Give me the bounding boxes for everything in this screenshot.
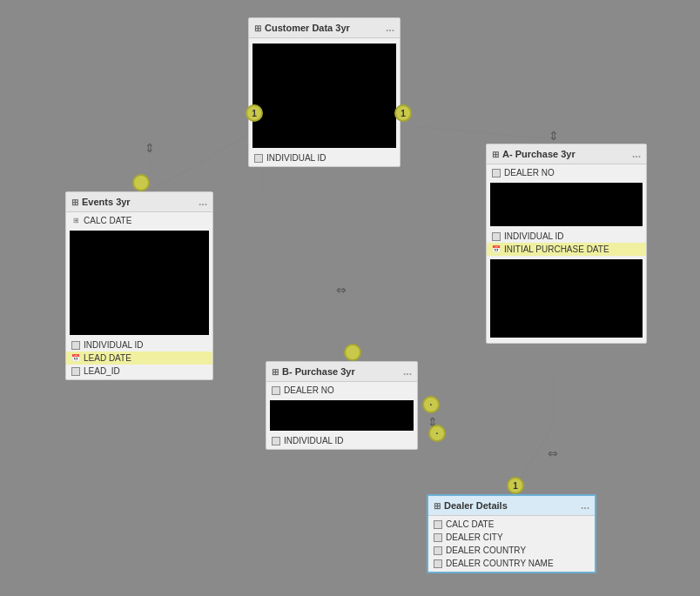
individual-id-icon — [254, 154, 263, 163]
b-purchase-header: ⊞ B- Purchase 3yr ... — [266, 362, 417, 382]
connector-circle-7: · — [428, 425, 446, 442]
connector-circle-5: · — [422, 396, 440, 413]
a-purchase-table: ⊞ A- Purchase 3yr ... DEALER NO INDIVIDU… — [486, 144, 647, 344]
b-purchase-body: DEALER NO INDIVIDUAL ID — [266, 382, 417, 449]
events-table: ⊞ Events 3yr ... ⊞ CALC DATE INDIVIDUAL … — [65, 191, 213, 380]
arrow-connector-top-right: ⇕ — [547, 129, 561, 143]
customer-data-header: ⊞ Customer Data 3yr ... — [249, 18, 400, 38]
b-purchase-icon: ⊞ — [272, 367, 279, 377]
a-purchase-title: A- Purchase 3yr — [502, 149, 575, 159]
arrow-connector-middle: ⇔ — [334, 283, 348, 297]
events-title: Events 3yr — [82, 197, 131, 207]
dealer-calc-date-row: CALC DATE — [428, 518, 595, 531]
a-purchase-date-row: 📅 INITIAL PURCHASE DATE — [487, 243, 646, 256]
lead-id-icon — [71, 367, 80, 376]
a-purchase-header: ⊞ A- Purchase 3yr ... — [487, 144, 646, 164]
a-purchase-date-label: INITIAL PURCHASE DATE — [504, 244, 609, 254]
dealer-details-icon: ⊞ — [434, 501, 441, 511]
diagram-canvas: ⇕ ⇔ ⇕ ⇔ ⇕ 1 1 · 1 · ⊞ Customer Data 3yr … — [0, 0, 700, 596]
connector-circle-1: 1 — [246, 104, 263, 122]
dealer-details-menu[interactable]: ... — [581, 499, 589, 512]
b-dealer-no-icon — [272, 386, 280, 395]
connector-circle-2: 1 — [394, 104, 412, 122]
dealer-calc-date-icon — [434, 520, 442, 529]
events-individual-id-icon — [71, 341, 80, 350]
connector-circle-6: 1 — [507, 477, 524, 494]
connector-circle-3 — [132, 174, 150, 191]
events-individual-id-row: INDIVIDUAL ID — [66, 338, 212, 352]
events-lead-id-row: LEAD_ID — [66, 365, 212, 378]
a-purchase-menu[interactable]: ... — [632, 148, 641, 160]
calc-date-label: CALC DATE — [84, 216, 131, 225]
customer-data-title: Customer Data 3yr — [265, 23, 350, 33]
a-purchase-individual-id-row: INDIVIDUAL ID — [487, 230, 646, 243]
dealer-details-header: ⊞ Dealer Details ... — [428, 496, 595, 516]
a-purchase-preview-top — [490, 183, 643, 226]
dealer-country-row: DEALER COUNTRY — [428, 544, 595, 557]
customer-individual-id-row: INDIVIDUAL ID — [249, 151, 400, 164]
connector-circle-4 — [344, 344, 361, 361]
a-individual-id-label: INDIVIDUAL ID — [504, 231, 564, 241]
arrow-connector-events: ⇕ — [143, 141, 157, 155]
a-dealer-no-icon — [492, 169, 501, 177]
dealer-city-icon — [434, 533, 442, 542]
events-header: ⊞ Events 3yr ... — [66, 192, 212, 212]
dealer-calc-date-label: CALC DATE — [446, 519, 494, 529]
events-body: ⊞ CALC DATE INDIVIDUAL ID 📅 LEAD DATE LE… — [66, 212, 212, 379]
a-purchase-date-icon: 📅 — [492, 245, 501, 254]
arrow-connector-a-purchase: ⇔ — [546, 446, 560, 460]
customer-data-preview — [252, 44, 396, 148]
dealer-city-row: DEALER CITY — [428, 531, 595, 544]
dealer-details-body: CALC DATE DEALER CITY DEALER COUNTRY DEA… — [428, 516, 595, 572]
individual-id-label: INDIVIDUAL ID — [266, 153, 326, 163]
b-dealer-no-label: DEALER NO — [284, 385, 334, 395]
events-calc-date-row: ⊞ CALC DATE — [66, 214, 212, 227]
dealer-city-label: DEALER CITY — [446, 532, 503, 542]
a-purchase-dealer-no-row: DEALER NO — [487, 166, 646, 179]
svg-line-2 — [412, 126, 553, 139]
events-individual-id-label: INDIVIDUAL ID — [84, 340, 144, 350]
b-individual-id-row: INDIVIDUAL ID — [266, 434, 417, 447]
dealer-country-label: DEALER COUNTRY — [446, 546, 526, 555]
dealer-details-table: ⊞ Dealer Details ... CALC DATE DEALER CI… — [427, 494, 596, 573]
dealer-country-name-icon — [434, 559, 442, 568]
events-lead-date-label: LEAD DATE — [84, 353, 131, 363]
a-individual-id-icon — [492, 232, 501, 241]
events-icon: ⊞ — [71, 198, 78, 207]
calc-date-icon: ⊞ — [71, 217, 80, 225]
a-purchase-body: DEALER NO INDIVIDUAL ID 📅 INITIAL PURCHA… — [487, 164, 646, 343]
dealer-country-name-label: DEALER COUNTRY NAME — [446, 559, 554, 568]
svg-line-7 — [433, 452, 515, 487]
b-individual-id-icon — [272, 437, 280, 445]
b-purchase-table: ⊞ B- Purchase 3yr ... DEALER NO INDIVIDU… — [266, 361, 418, 450]
customer-data-menu[interactable]: ... — [386, 22, 394, 34]
b-dealer-no-row: DEALER NO — [266, 384, 417, 397]
dealer-country-name-row: DEALER COUNTRY NAME — [428, 557, 595, 570]
lead-date-icon: 📅 — [71, 354, 80, 363]
dealer-details-title: Dealer Details — [444, 500, 508, 511]
events-preview — [70, 231, 209, 335]
customer-data-icon: ⊞ — [254, 23, 261, 33]
b-purchase-title: B- Purchase 3yr — [282, 366, 355, 377]
events-menu[interactable]: ... — [199, 196, 207, 208]
customer-data-body: INDIVIDUAL ID — [249, 38, 400, 166]
b-purchase-preview — [270, 400, 414, 431]
events-lead-id-label: LEAD_ID — [84, 366, 120, 376]
a-purchase-icon: ⊞ — [492, 150, 499, 159]
customer-data-table: ⊞ Customer Data 3yr ... INDIVIDUAL ID — [248, 17, 400, 167]
b-individual-id-label: INDIVIDUAL ID — [284, 436, 344, 445]
events-lead-date-row: 📅 LEAD DATE — [66, 352, 212, 365]
dealer-country-icon — [434, 546, 442, 555]
a-purchase-preview-bottom — [490, 259, 643, 338]
b-purchase-menu[interactable]: ... — [403, 365, 412, 378]
svg-line-0 — [150, 126, 263, 191]
a-dealer-no-label: DEALER NO — [504, 168, 555, 177]
